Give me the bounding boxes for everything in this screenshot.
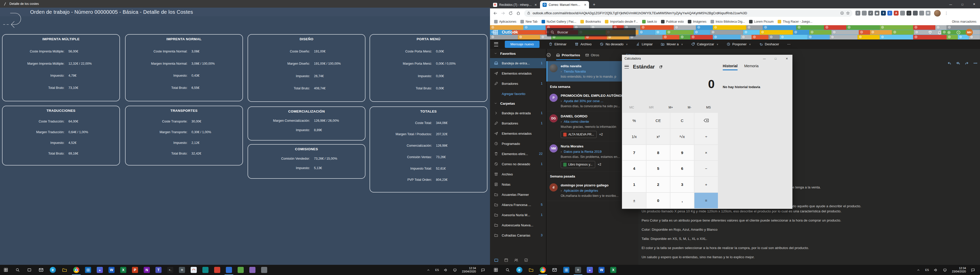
taskbar-app-icon-store[interactable]: [560, 265, 572, 275]
outlook-avatar[interactable]: MH: [966, 29, 973, 36]
bookmark-star-icon[interactable]: [846, 11, 850, 15]
calculator-titlebar[interactable]: Calculadora — □ ✕: [622, 55, 792, 62]
taskbar-app-icon-store[interactable]: [82, 265, 94, 275]
network-icon[interactable]: [941, 268, 950, 272]
url-text[interactable]: outlook.office.com/mail/inbox/id/AAQkADg…: [533, 11, 838, 15]
calc-key-+[interactable]: +: [694, 177, 718, 192]
calc-key-=[interactable]: =: [694, 193, 718, 208]
select-all-icon[interactable]: [546, 53, 551, 57]
toolbar-archivo[interactable]: Archivo: [575, 42, 592, 46]
maximize-button[interactable]: □: [956, 0, 968, 8]
taskbar-app-icon-chrome[interactable]: [537, 265, 549, 275]
calc-key-,[interactable]: ,: [670, 193, 694, 208]
minimize-button[interactable]: —: [945, 0, 956, 8]
tab-otros[interactable]: Otros: [585, 49, 599, 61]
people-module-icon[interactable]: [514, 258, 518, 262]
tab-close-icon[interactable]: ✕: [535, 3, 537, 6]
sidebar-section-header[interactable]: Carpetas: [490, 99, 546, 108]
premium-diamond-icon[interactable]: [928, 30, 932, 35]
browser-tab[interactable]: OCorreo: Manuel Hernández Pérez✕: [540, 1, 589, 8]
calc-key-1[interactable]: 1: [622, 177, 646, 192]
sidebar-item-autoescuela-nueva-[interactable]: Autoescuela Nueva...: [490, 220, 546, 230]
calculator-close-button[interactable]: ✕: [781, 55, 792, 62]
extension-icon[interactable]: [900, 11, 905, 16]
toolbar-limpiar[interactable]: Limpiar: [636, 42, 653, 46]
calc-key-x²[interactable]: x²: [646, 129, 670, 144]
attachment-more-count[interactable]: +2: [599, 133, 603, 136]
outlook-search-input[interactable]: [557, 30, 624, 34]
expand-chevron-icon[interactable]: ›: [561, 120, 562, 123]
gear-icon[interactable]: [947, 30, 951, 35]
taskbar-app-icon-excel[interactable]: X: [608, 265, 619, 275]
calc-key-−[interactable]: −: [694, 161, 718, 176]
memory-key-m-[interactable]: M-: [688, 106, 691, 109]
sidebar-item-acuarelas-planner[interactable]: Acuarelas Planner: [490, 190, 546, 200]
forward-mail-icon[interactable]: [965, 61, 969, 65]
task-view-button[interactable]: [24, 265, 35, 275]
sidebar-item-cofrad-as-canarias[interactable]: Cofradías Canarias3: [490, 230, 546, 240]
extension-icon[interactable]: [862, 11, 867, 16]
taskbar-app-icon-photos[interactable]: ▲: [584, 265, 596, 275]
calculator-menu-icon[interactable]: [625, 65, 629, 68]
network-icon[interactable]: [451, 268, 460, 272]
attachment-chip[interactable]: Libro Ingresos y...: [561, 161, 595, 168]
sidebar-item-elementos-elimi-[interactable]: Elementos elimi...22: [490, 149, 546, 159]
calc-tab-memoria[interactable]: Memoria: [744, 64, 759, 70]
calc-key-8[interactable]: 8: [646, 145, 670, 160]
taskbar-app-icon-app-teal[interactable]: [200, 265, 211, 275]
calculator-minimize-button[interactable]: —: [759, 55, 770, 62]
calc-key-²√x[interactable]: ²√x: [670, 129, 694, 144]
bookmark-item[interactable]: Aplicaciones: [494, 20, 516, 24]
calc-key-6[interactable]: 6: [670, 161, 694, 176]
app-launcher-icon[interactable]: [493, 30, 498, 35]
toolbar-mover-a[interactable]: Mover a∨: [661, 42, 683, 46]
extension-icon[interactable]: ↓: [907, 11, 912, 16]
calc-key-CE[interactable]: CE: [646, 113, 670, 128]
calc-key-backspace[interactable]: [694, 113, 718, 128]
taskbar-app-icon-folder[interactable]: [525, 265, 537, 275]
outlook-search-box[interactable]: [547, 28, 636, 36]
bookmark-item[interactable]: New Tab: [520, 20, 537, 24]
sidebar-item-borradores[interactable]: Borradores1: [490, 78, 546, 89]
forward-icon[interactable]: [501, 11, 505, 16]
taskbar-app-icon-edge[interactable]: e: [514, 265, 525, 275]
keep-on-top-icon[interactable]: [659, 65, 663, 69]
extension-icon[interactable]: M: [926, 11, 931, 16]
taskbar-clock[interactable]: 12:3423/04/2020: [950, 267, 968, 273]
language-indicator[interactable]: ES: [923, 269, 931, 272]
calc-key-×[interactable]: ×: [694, 145, 718, 160]
calc-key-C[interactable]: C: [670, 113, 694, 128]
taskbar-clock[interactable]: 12:3423/04/2020: [460, 267, 478, 273]
volume-icon[interactable]: [932, 268, 940, 272]
taskbar-app-icon-mail[interactable]: [35, 265, 47, 275]
bookmark-item[interactable]: Bookmarks: [580, 20, 601, 24]
bookmark-item[interactable]: Inicio Biblioteca Dig...: [711, 20, 745, 24]
toolbar-more-options[interactable]: ⋯: [787, 42, 791, 46]
calculator-maximize-button[interactable]: □: [770, 55, 781, 62]
browser-profile-avatar[interactable]: [934, 10, 941, 17]
expand-chevron-icon[interactable]: ›: [561, 70, 562, 73]
attachment-chip[interactable]: ALTA NUEVA PR...: [561, 131, 597, 138]
calc-key-÷[interactable]: ÷: [694, 129, 718, 144]
hamburger-icon[interactable]: [494, 42, 498, 46]
bookmark-item[interactable]: Imágenes: [688, 20, 706, 24]
notification-center-button[interactable]: [479, 268, 487, 272]
memory-key-m+[interactable]: M+: [669, 106, 673, 109]
more-options-icon[interactable]: [974, 61, 977, 65]
bookmark-item[interactable]: Thug Racer - Juego...: [778, 20, 812, 24]
new-tab-button[interactable]: +: [590, 1, 598, 8]
browser-tab[interactable]: MRecibidos (7) - mherperu@gmail...✕: [490, 1, 539, 8]
help-icon[interactable]: ?: [956, 30, 961, 35]
tray-expand-button[interactable]: [424, 269, 433, 272]
calc-tab-historial[interactable]: Historial: [723, 64, 738, 70]
calc-key-5[interactable]: 5: [646, 161, 670, 176]
bookmark-item[interactable]: Publicar esto: [661, 20, 684, 24]
notification-center-button[interactable]: [969, 268, 977, 272]
extension-icon[interactable]: t: [887, 11, 892, 16]
tab-prioritarios[interactable]: Prioritarios: [556, 49, 580, 61]
toolbar-deshacer[interactable]: Deshacer: [759, 42, 779, 46]
browser-menu-icon[interactable]: ⋮: [944, 11, 948, 16]
address-bar[interactable]: outlook.office.com/mail/inbox/id/AAQkADg…: [524, 9, 853, 17]
taskbar-app-icon-calculator[interactable]: =: [572, 265, 584, 275]
tray-expand-button[interactable]: [914, 269, 923, 272]
